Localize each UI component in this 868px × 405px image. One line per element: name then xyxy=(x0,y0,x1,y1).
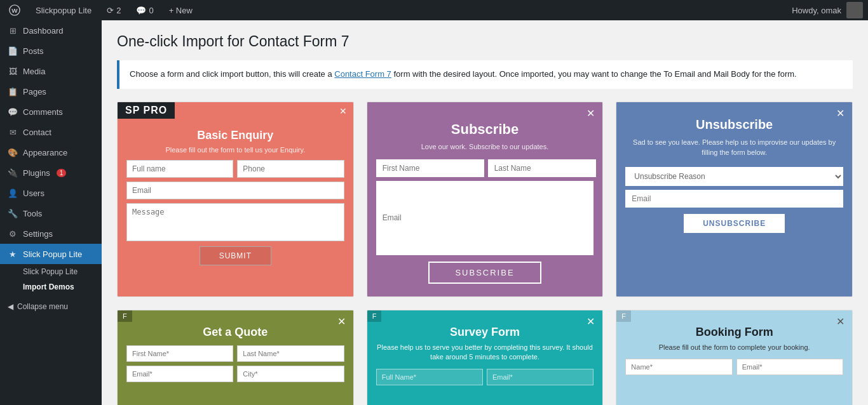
close-icon[interactable]: ✕ xyxy=(836,107,844,119)
sidebar-item-contact[interactable]: ✉ Contact xyxy=(0,122,102,142)
pro-corner-label: F xyxy=(118,310,132,322)
preview-heading: Basic Enquiry xyxy=(197,129,273,142)
site-name-button[interactable]: Slickpopup Lite xyxy=(32,0,95,20)
firstname-input[interactable] xyxy=(376,159,484,177)
sidebar-label-tools: Tools xyxy=(23,209,42,218)
form-footer-unsubscribe: Unsubscribe Form Import xyxy=(616,296,852,297)
close-icon[interactable]: ✕ xyxy=(587,107,595,119)
sidebar-item-slick-popup[interactable]: ★ Slick Popup Lite xyxy=(0,244,102,264)
sidebar-subitem-slick-popup-lite[interactable]: Slick Popup Lite xyxy=(0,264,102,279)
close-icon[interactable]: ✕ xyxy=(587,315,595,328)
subscribe-button[interactable]: SUBSCRIBE xyxy=(428,262,541,284)
pro-banner: SP PRO xyxy=(118,102,175,119)
sidebar-item-media[interactable]: 🖼 Media xyxy=(0,61,102,81)
sidebar-item-appearance[interactable]: 🎨 Appearance xyxy=(0,142,102,163)
sidebar-item-users[interactable]: 👤 Users xyxy=(0,183,102,203)
site-name-label: Slickpopup Lite xyxy=(36,6,92,15)
email-input[interactable] xyxy=(126,366,233,382)
email-input[interactable] xyxy=(376,181,594,255)
message-input[interactable] xyxy=(126,203,344,241)
close-icon[interactable]: ✕ xyxy=(337,315,346,328)
phone-input[interactable] xyxy=(237,160,344,178)
email-input[interactable] xyxy=(736,359,843,375)
preview-heading: Get a Quote xyxy=(203,326,268,339)
sidebar-label-users: Users xyxy=(23,189,44,198)
lastname-input[interactable] xyxy=(237,345,344,362)
fullname-input[interactable] xyxy=(126,160,233,178)
new-content-button[interactable]: + New xyxy=(165,0,196,20)
preview-subtext: Love our work. Subscribe to our updates. xyxy=(421,143,549,150)
sidebar-label-pages: Pages xyxy=(23,87,46,96)
appearance-icon: 🎨 xyxy=(8,147,18,157)
email-input[interactable] xyxy=(487,369,593,385)
reason-select[interactable]: Unsubscribe Reason xyxy=(625,167,843,186)
collapse-label: Collapse menu xyxy=(17,302,68,311)
forms-grid: SP PRO ✕ Basic Enquiry Please fill out t… xyxy=(117,102,853,405)
comments-button[interactable]: 💬 0 xyxy=(132,0,157,20)
firstname-input[interactable] xyxy=(126,345,233,362)
notice-banner: Choose a form and click import button, t… xyxy=(117,60,853,89)
pro-corner-label: F xyxy=(616,310,631,322)
sidebar-label-posts: Posts xyxy=(23,46,44,56)
media-icon: 🖼 xyxy=(8,66,18,76)
preview-subtext: Please fill out the form to tell us your… xyxy=(165,146,305,154)
dashboard-icon: ⊞ xyxy=(8,25,18,36)
email-input[interactable] xyxy=(625,190,843,208)
sidebar-item-posts[interactable]: 📄 Posts xyxy=(0,41,102,61)
email-input[interactable] xyxy=(126,182,344,199)
sidebar-item-pages[interactable]: 📋 Pages xyxy=(0,81,102,102)
svg-text:W: W xyxy=(11,7,18,14)
form-card-subscribe: ✕ Subscribe Love our work. Subscribe to … xyxy=(367,102,604,297)
preview-subtext: Please fill out the form to complete you… xyxy=(659,343,810,352)
form-card-quote: F ✕ Get a Quote Get a Quote Fo xyxy=(117,310,354,405)
unsubscribe-button[interactable]: UNSUBSCRIBE xyxy=(684,214,785,233)
contact-icon: ✉ xyxy=(8,127,18,137)
pages-icon: 📋 xyxy=(8,86,18,96)
avatar xyxy=(846,2,863,18)
sidebar-subitem-import-demos[interactable]: Import Demos xyxy=(0,279,102,295)
preview-subtext: Please help us to serve you better by co… xyxy=(376,343,594,362)
sidebar-label-comments: Comments xyxy=(23,107,63,117)
collapse-icon: ◀ xyxy=(8,302,13,311)
sidebar-item-tools[interactable]: 🔧 Tools xyxy=(0,203,102,223)
form-card-basic-enquiry: SP PRO ✕ Basic Enquiry Please fill out t… xyxy=(117,102,354,297)
settings-icon: ⚙ xyxy=(8,229,18,239)
submit-button[interactable]: SUBMIT xyxy=(200,246,271,265)
fullname-input[interactable] xyxy=(376,369,483,385)
name-input[interactable] xyxy=(625,359,732,375)
close-icon[interactable]: ✕ xyxy=(836,315,844,328)
admin-sidebar: ⊞ Dashboard 📄 Posts 🖼 Media 📋 Pages 💬 Co… xyxy=(0,20,102,405)
form-preview-subscribe: ✕ Subscribe Love our work. Subscribe to … xyxy=(367,102,603,296)
form-card-survey: F ✕ Survey Form Please help us to serve … xyxy=(367,310,604,405)
notice-text-after: form with the desired layout. Once impor… xyxy=(393,69,796,79)
sidebar-item-comments[interactable]: 💬 Comments xyxy=(0,102,102,122)
preview-subtext: Sad to see you leave. Please help us to … xyxy=(625,137,843,158)
updates-icon: ⟳ xyxy=(107,6,114,15)
collapse-menu-button[interactable]: ◀ Collapse menu xyxy=(0,297,102,316)
contact-form-7-link[interactable]: Contact Form 7 xyxy=(334,69,391,79)
sidebar-item-dashboard[interactable]: ⊞ Dashboard xyxy=(0,20,102,41)
comments-icon: 💬 xyxy=(136,6,146,15)
sidebar-item-settings[interactable]: ⚙ Settings xyxy=(0,223,102,244)
sidebar-label-dashboard: Dashboard xyxy=(23,26,64,36)
sidebar-label-contact: Contact xyxy=(23,128,51,137)
preview-heading: Subscribe xyxy=(451,121,519,138)
updates-button[interactable]: ⟳ 2 xyxy=(103,0,125,20)
city-input[interactable] xyxy=(237,366,344,382)
close-icon[interactable]: ✕ xyxy=(339,106,347,116)
lastname-input[interactable] xyxy=(488,159,596,177)
notice-text-before: Choose a form and click import button, t… xyxy=(130,69,334,79)
tools-icon: 🔧 xyxy=(8,208,18,218)
preview-heading: Unsubscribe xyxy=(696,117,773,132)
form-card-unsubscribe: ✕ Unsubscribe Sad to see you leave. Plea… xyxy=(616,102,853,297)
main-content: One-click Import for Contact Form 7 Choo… xyxy=(102,20,868,405)
sidebar-item-plugins[interactable]: 🔌 Plugins 1 xyxy=(0,163,102,183)
form-preview-survey: F ✕ Survey Form Please help us to serve … xyxy=(367,310,603,405)
preview-heading: Booking Form xyxy=(696,326,773,339)
slick-popup-icon: ★ xyxy=(8,249,18,259)
users-icon: 👤 xyxy=(8,188,18,198)
comments-icon: 💬 xyxy=(8,107,18,117)
form-preview-unsubscribe: ✕ Unsubscribe Sad to see you leave. Plea… xyxy=(616,102,852,296)
admin-bar: W Slickpopup Lite ⟳ 2 💬 0 + New Howdy, o… xyxy=(0,0,868,20)
wp-logo-button[interactable]: W xyxy=(5,0,24,20)
